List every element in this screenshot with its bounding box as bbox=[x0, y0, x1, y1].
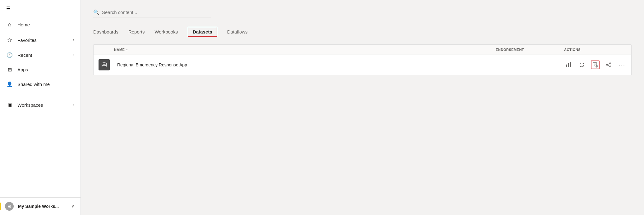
tab-datasets[interactable]: Datasets bbox=[188, 27, 217, 37]
svg-point-0 bbox=[102, 63, 106, 64]
svg-point-13 bbox=[606, 64, 608, 65]
dataset-table: NAME ↑ ENDORSEMENT ACTIONS bbox=[93, 44, 632, 75]
sidebar-item-apps-label: Apps bbox=[17, 67, 74, 72]
sidebar-item-shared-label: Shared with me bbox=[17, 82, 74, 87]
create-report-icon[interactable] bbox=[591, 60, 599, 69]
home-icon: ⌂ bbox=[6, 21, 13, 28]
tab-reports[interactable]: Reports bbox=[128, 27, 145, 37]
sidebar-item-workspaces[interactable]: ▣ Workspaces › bbox=[0, 98, 80, 112]
share-icon[interactable] bbox=[605, 60, 613, 69]
tabs-row: Dashboards Reports Workbooks Datasets Da… bbox=[93, 27, 632, 37]
col-header-endorsement: ENDORSEMENT bbox=[496, 48, 564, 52]
hamburger-icon: ☰ bbox=[6, 6, 11, 11]
svg-line-14 bbox=[608, 64, 610, 65]
row-name-cell: Regional Emergency Response App bbox=[114, 62, 496, 68]
apps-icon: ⊞ bbox=[6, 67, 13, 73]
workspace-avatar-icon: ⊞ bbox=[7, 204, 11, 209]
workspaces-icon: ▣ bbox=[6, 102, 13, 108]
dataset-name[interactable]: Regional Emergency Response App bbox=[114, 62, 187, 67]
tab-workbooks[interactable]: Workbooks bbox=[154, 27, 178, 37]
svg-point-12 bbox=[610, 66, 611, 67]
dataset-icon bbox=[99, 59, 110, 70]
recent-arrow: › bbox=[73, 53, 74, 57]
workspaces-arrow: › bbox=[73, 103, 74, 107]
main-content: 🔍 Dashboards Reports Workbooks Datasets … bbox=[81, 0, 644, 215]
sidebar-item-my-workspace[interactable]: ⊞ My Sample Works... ∨ bbox=[0, 197, 80, 215]
workspace-avatar: ⊞ bbox=[5, 202, 14, 211]
analyze-icon[interactable] bbox=[564, 60, 573, 69]
tab-dataflows[interactable]: Dataflows bbox=[227, 27, 248, 37]
name-sort-icon: ↑ bbox=[126, 48, 128, 52]
table-row: Regional Emergency Response App bbox=[94, 55, 631, 75]
shared-icon: 👤 bbox=[6, 81, 13, 87]
svg-rect-1 bbox=[566, 65, 567, 67]
col-header-icon bbox=[99, 48, 114, 52]
sidebar-navigation: ⌂ Home ☆ Favorites › 🕐 Recent › ⊞ Apps 👤… bbox=[0, 17, 80, 215]
search-icon: 🔍 bbox=[93, 9, 99, 15]
svg-line-15 bbox=[608, 65, 610, 66]
sidebar-item-recent-label: Recent bbox=[17, 52, 69, 58]
row-icon-cell bbox=[99, 59, 114, 70]
favorites-icon: ☆ bbox=[6, 37, 13, 43]
favorites-arrow: › bbox=[73, 38, 74, 42]
sidebar-item-home-label: Home bbox=[17, 22, 74, 27]
sidebar-item-recent[interactable]: 🕐 Recent › bbox=[0, 48, 80, 62]
svg-rect-3 bbox=[570, 62, 571, 67]
more-options-icon[interactable]: ··· bbox=[618, 60, 626, 69]
recent-icon: 🕐 bbox=[6, 52, 13, 58]
tab-dashboards[interactable]: Dashboards bbox=[93, 27, 118, 37]
sidebar-item-home[interactable]: ⌂ Home bbox=[0, 17, 80, 32]
workspace-accent-bar bbox=[0, 203, 1, 210]
col-header-actions: ACTIONS bbox=[564, 48, 626, 52]
workspace-label: My Sample Works... bbox=[18, 204, 67, 209]
search-container: 🔍 bbox=[93, 9, 211, 17]
search-input[interactable] bbox=[102, 10, 211, 15]
col-header-name: NAME ↑ bbox=[114, 48, 496, 52]
sidebar-item-shared[interactable]: 👤 Shared with me bbox=[0, 77, 80, 92]
refresh-icon[interactable] bbox=[577, 60, 586, 69]
sidebar-item-favorites-label: Favorites bbox=[17, 38, 69, 43]
row-actions-cell: ··· bbox=[564, 60, 626, 69]
table-header: NAME ↑ ENDORSEMENT ACTIONS bbox=[94, 45, 631, 55]
hamburger-menu[interactable]: ☰ bbox=[0, 0, 80, 17]
svg-rect-2 bbox=[568, 63, 569, 67]
sidebar: ☰ ⌂ Home ☆ Favorites › 🕐 Recent › ⊞ Apps… bbox=[0, 0, 81, 215]
workspace-expand-arrow: ∨ bbox=[71, 204, 74, 208]
sidebar-item-workspaces-label: Workspaces bbox=[17, 102, 69, 108]
sidebar-item-favorites[interactable]: ☆ Favorites › bbox=[0, 32, 80, 48]
sidebar-item-apps[interactable]: ⊞ Apps bbox=[0, 62, 80, 77]
svg-point-11 bbox=[610, 63, 611, 64]
